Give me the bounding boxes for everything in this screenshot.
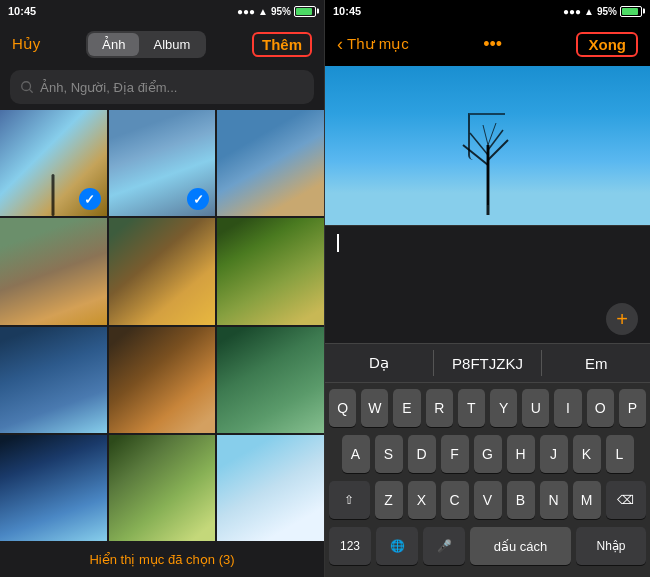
keyboard: Q W E R T Y U I O P A S D F G H J K L ⇧ … — [325, 383, 650, 577]
key-s[interactable]: S — [375, 435, 403, 473]
select-check-2: ✓ — [187, 188, 209, 210]
battery-icon — [294, 6, 316, 17]
right-battery-icon — [620, 6, 642, 17]
text-cursor — [337, 234, 339, 252]
photo-picker-header: Hủy Ảnh Album Thêm — [0, 22, 324, 66]
keyboard-row-2: A S D F G H J K L — [329, 435, 646, 473]
key-j[interactable]: J — [540, 435, 568, 473]
key-y[interactable]: Y — [490, 389, 517, 427]
search-placeholder: Ảnh, Người, Địa điểm... — [40, 80, 177, 95]
photo-picker-panel: 10:45 ●●● ▲ 95% Hủy Ảnh Album Thêm Ảnh, … — [0, 0, 325, 577]
select-check-1: ✓ — [79, 188, 101, 210]
wifi-icon: ▲ — [258, 6, 268, 17]
more-button[interactable]: ••• — [483, 34, 502, 55]
keyboard-row-4: 123 🌐 🎤 dấu cách Nhập — [329, 527, 646, 565]
backspace-key[interactable]: ⌫ — [606, 481, 647, 519]
key-r[interactable]: R — [426, 389, 453, 427]
selection-count: Hiển thị mục đã chọn (3) — [89, 552, 234, 567]
photo-cell-4[interactable] — [0, 218, 107, 324]
svg-line-7 — [483, 125, 488, 145]
tab-photos[interactable]: Ảnh — [88, 33, 139, 56]
photo-cell-2[interactable]: ✓ — [109, 110, 216, 216]
photo-cell-12[interactable] — [217, 435, 324, 541]
add-content-button[interactable]: + — [606, 303, 638, 335]
return-key[interactable]: Nhập — [576, 527, 646, 565]
shift-key[interactable]: ⇧ — [329, 481, 370, 519]
num-key[interactable]: 123 — [329, 527, 371, 565]
notes-header: ‹ Thư mục ••• Xong — [325, 22, 650, 66]
search-bar[interactable]: Ảnh, Người, Địa điểm... — [10, 70, 314, 104]
photo-cell-1[interactable]: ✓ — [0, 110, 107, 216]
key-v[interactable]: V — [474, 481, 502, 519]
suggestion-3[interactable]: Em — [542, 347, 650, 380]
globe-key[interactable]: 🌐 — [376, 527, 418, 565]
chevron-left-icon: ‹ — [337, 35, 343, 53]
key-o[interactable]: O — [587, 389, 614, 427]
photo-grid: ✓ ✓ — [0, 110, 324, 541]
keyboard-suggestions: Dạ P8FTJZKJ Em — [325, 343, 650, 383]
svg-line-6 — [488, 130, 503, 150]
note-text-area[interactable]: + — [325, 226, 650, 343]
photo-cell-6[interactable] — [217, 218, 324, 324]
left-time: 10:45 — [8, 5, 36, 17]
signal-icon: ●●● — [237, 6, 255, 17]
key-u[interactable]: U — [522, 389, 549, 427]
svg-line-5 — [470, 133, 488, 155]
key-c[interactable]: C — [441, 481, 469, 519]
key-g[interactable]: G — [474, 435, 502, 473]
right-wifi-icon: ▲ — [584, 6, 594, 17]
key-m[interactable]: M — [573, 481, 601, 519]
keyboard-row-3: ⇧ Z X C V B N M ⌫ — [329, 481, 646, 519]
svg-line-3 — [463, 145, 488, 165]
photo-cell-3[interactable] — [217, 110, 324, 216]
suggestion-2[interactable]: P8FTJZKJ — [434, 347, 542, 380]
photo-cell-10[interactable] — [0, 435, 107, 541]
photo-cell-8[interactable] — [109, 327, 216, 433]
notes-panel: 10:45 ●●● ▲ 95% ‹ Thư mục ••• Xong — [325, 0, 650, 577]
key-z[interactable]: Z — [375, 481, 403, 519]
cancel-button[interactable]: Hủy — [12, 35, 40, 53]
key-w[interactable]: W — [361, 389, 388, 427]
back-label: Thư mục — [347, 35, 409, 53]
right-signal-icon: ●●● — [563, 6, 581, 17]
photo-cell-11[interactable] — [109, 435, 216, 541]
key-e[interactable]: E — [393, 389, 420, 427]
key-i[interactable]: I — [554, 389, 581, 427]
key-f[interactable]: F — [441, 435, 469, 473]
photo-cell-5[interactable] — [109, 218, 216, 324]
photo-cell-9[interactable] — [217, 327, 324, 433]
key-t[interactable]: T — [458, 389, 485, 427]
suggestion-1[interactable]: Dạ — [325, 346, 433, 380]
key-x[interactable]: X — [408, 481, 436, 519]
left-footer: Hiển thị mục đã chọn (3) — [0, 541, 324, 577]
left-status-icons: ●●● ▲ 95% — [237, 6, 316, 17]
battery-text: 95% — [271, 6, 291, 17]
tab-album[interactable]: Album — [139, 33, 204, 56]
search-icon — [20, 80, 34, 94]
right-time: 10:45 — [333, 5, 361, 17]
right-status-bar: 10:45 ●●● ▲ 95% — [325, 0, 650, 22]
svg-line-8 — [488, 123, 496, 145]
key-p[interactable]: P — [619, 389, 646, 427]
key-q[interactable]: Q — [329, 389, 356, 427]
key-b[interactable]: B — [507, 481, 535, 519]
svg-line-1 — [30, 90, 33, 93]
key-l[interactable]: L — [606, 435, 634, 473]
mic-key[interactable]: 🎤 — [423, 527, 465, 565]
tab-group: Ảnh Album — [86, 31, 206, 58]
tree-silhouette — [448, 115, 528, 215]
space-key[interactable]: dấu cách — [470, 527, 571, 565]
photo-cell-7[interactable] — [0, 327, 107, 433]
key-k[interactable]: K — [573, 435, 601, 473]
key-h[interactable]: H — [507, 435, 535, 473]
left-status-bar: 10:45 ●●● ▲ 95% — [0, 0, 324, 22]
right-status-icons: ●●● ▲ 95% — [563, 6, 642, 17]
right-battery-text: 95% — [597, 6, 617, 17]
key-a[interactable]: A — [342, 435, 370, 473]
key-d[interactable]: D — [408, 435, 436, 473]
key-n[interactable]: N — [540, 481, 568, 519]
back-button[interactable]: ‹ Thư mục — [337, 35, 409, 53]
done-button[interactable]: Xong — [576, 32, 638, 57]
note-image — [325, 66, 650, 226]
add-button[interactable]: Thêm — [252, 32, 312, 57]
